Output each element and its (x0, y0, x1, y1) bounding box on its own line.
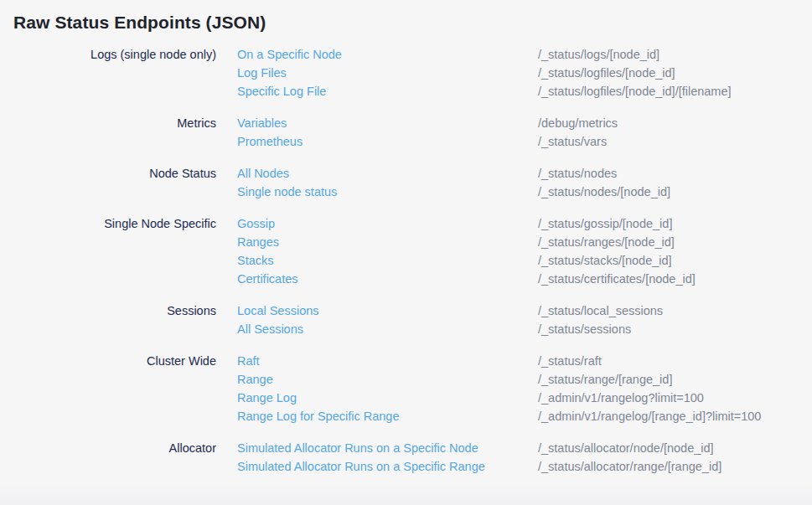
endpoint-path: /_status/allocator/node/[node_id] (538, 439, 812, 457)
endpoint-link[interactable]: Single node status (237, 183, 538, 201)
endpoint-row: Specific Log File /_status/logfiles/[nod… (237, 82, 812, 100)
endpoint-path: /_status/stacks/[node_id] (538, 251, 812, 270)
endpoint-row: Local Sessions /_status/local_sessions (237, 301, 812, 320)
endpoint-path: /_status/gossip/[node_id] (538, 214, 812, 233)
endpoint-row: Range Log for Specific Range /_admin/v1/… (237, 407, 812, 425)
endpoint-row: On a Specific Node /_status/logs/[node_i… (237, 45, 812, 64)
endpoint-row: Stacks /_status/stacks/[node_id] (237, 251, 812, 270)
endpoint-link[interactable]: Range Log for Specific Range (237, 407, 538, 425)
endpoint-row: Ranges /_status/ranges/[node_id] (237, 233, 812, 251)
endpoint-row: Prometheus /_status/vars (237, 132, 812, 151)
section-rows: Raft /_status/raft Range /_status/range/… (237, 352, 812, 425)
endpoint-link[interactable]: All Sessions (237, 320, 538, 338)
endpoint-section-sessions: Sessions Local Sessions /_status/local_s… (0, 301, 812, 338)
endpoint-path: /_status/ranges/[node_id] (538, 233, 812, 251)
section-rows: All Nodes /_status/nodes Single node sta… (237, 164, 812, 201)
endpoint-path: /_status/local_sessions (538, 301, 812, 320)
endpoint-row: Range Log /_admin/v1/rangelog?limit=100 (237, 389, 812, 407)
endpoint-section-single-node: Single Node Specific Gossip /_status/gos… (0, 214, 812, 288)
endpoint-row: Raft /_status/raft (237, 352, 812, 370)
endpoint-link[interactable]: Simulated Allocator Runs on a Specific R… (237, 457, 538, 476)
endpoint-row: Log Files /_status/logfiles/[node_id] (237, 64, 812, 82)
endpoint-link[interactable]: Ranges (237, 233, 538, 251)
endpoint-link[interactable]: Specific Log File (237, 82, 538, 100)
endpoint-path: /_status/logfiles/[node_id] (538, 64, 812, 82)
section-rows: Local Sessions /_status/local_sessions A… (237, 301, 812, 338)
endpoint-path: /_status/range/[range_id] (538, 370, 812, 389)
endpoint-link[interactable]: Gossip (237, 214, 538, 233)
endpoint-path: /_status/allocator/range/[range_id] (538, 457, 812, 476)
section-category: Node Status (0, 164, 216, 201)
endpoint-path: /debug/metrics (538, 114, 812, 132)
endpoint-path: /_status/logfiles/[node_id]/[filename] (538, 82, 812, 100)
endpoint-link[interactable]: Range Log (237, 389, 538, 407)
endpoint-path: /_status/raft (538, 352, 812, 370)
endpoint-row: Range /_status/range/[range_id] (237, 370, 812, 389)
endpoint-row: All Sessions /_status/sessions (237, 320, 812, 338)
endpoint-link[interactable]: Prometheus (237, 132, 538, 151)
section-category: Logs (single node only) (0, 45, 216, 100)
section-rows: Gossip /_status/gossip/[node_id] Ranges … (237, 214, 812, 288)
endpoint-section-allocator: Allocator Simulated Allocator Runs on a … (0, 439, 812, 476)
endpoint-link[interactable]: Raft (237, 352, 538, 370)
endpoint-row: Single node status /_status/nodes/[node_… (237, 183, 812, 201)
endpoint-path: /_admin/v1/rangelog?limit=100 (538, 389, 812, 407)
endpoint-row: Simulated Allocator Runs on a Specific N… (237, 439, 812, 457)
endpoint-section-cluster-wide: Cluster Wide Raft /_status/raft Range /_… (0, 352, 812, 425)
endpoint-path: /_status/certificates/[node_id] (538, 270, 812, 288)
section-category: Sessions (0, 301, 216, 338)
endpoint-link[interactable]: Log Files (237, 64, 538, 82)
endpoint-link[interactable]: Stacks (237, 251, 538, 270)
endpoint-link[interactable]: All Nodes (237, 164, 538, 183)
section-rows: Variables /debug/metrics Prometheus /_st… (237, 114, 812, 151)
endpoint-path: /_admin/v1/rangelog/[range_id]?limit=100 (538, 407, 812, 425)
section-category: Allocator (0, 439, 216, 476)
endpoint-row: Simulated Allocator Runs on a Specific R… (237, 457, 812, 476)
endpoint-section-logs: Logs (single node only) On a Specific No… (0, 45, 812, 100)
endpoint-row: All Nodes /_status/nodes (237, 164, 812, 183)
section-category: Single Node Specific (0, 214, 216, 288)
endpoint-link[interactable]: Local Sessions (237, 301, 538, 320)
endpoint-link[interactable]: On a Specific Node (237, 45, 538, 64)
endpoint-link[interactable]: Simulated Allocator Runs on a Specific N… (237, 439, 538, 457)
section-rows: On a Specific Node /_status/logs/[node_i… (237, 45, 812, 100)
endpoint-path: /_status/logs/[node_id] (538, 45, 812, 64)
section-rows: Simulated Allocator Runs on a Specific N… (237, 439, 812, 476)
endpoint-link[interactable]: Variables (237, 114, 538, 132)
endpoint-row: Certificates /_status/certificates/[node… (237, 270, 812, 288)
endpoint-section-metrics: Metrics Variables /debug/metrics Prometh… (0, 114, 812, 151)
endpoint-link[interactable]: Range (237, 370, 538, 389)
endpoint-path: /_status/nodes (538, 164, 812, 183)
section-category: Metrics (0, 114, 216, 151)
endpoint-path: /_status/nodes/[node_id] (538, 183, 812, 201)
endpoint-table: Logs (single node only) On a Specific No… (0, 45, 812, 476)
endpoint-row: Variables /debug/metrics (237, 114, 812, 132)
endpoint-row: Gossip /_status/gossip/[node_id] (237, 214, 812, 233)
page-title: Raw Status Endpoints (JSON) (0, 0, 812, 33)
endpoint-path: /_status/sessions (538, 320, 812, 338)
endpoint-path: /_status/vars (538, 132, 812, 151)
endpoint-link[interactable]: Certificates (237, 270, 538, 288)
section-category: Cluster Wide (0, 352, 216, 425)
endpoint-section-node-status: Node Status All Nodes /_status/nodes Sin… (0, 164, 812, 201)
